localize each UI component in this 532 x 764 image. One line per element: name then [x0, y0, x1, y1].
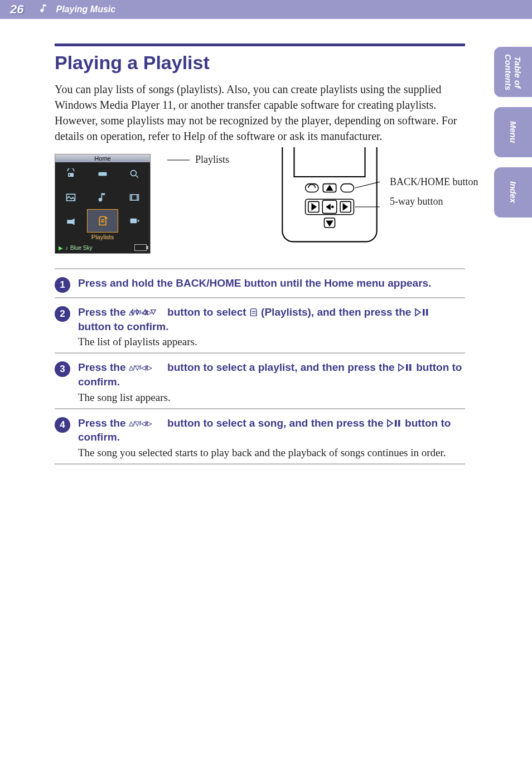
step-2-badge: 2	[55, 306, 70, 322]
svg-line-17	[355, 177, 380, 188]
playlists-icon	[87, 209, 119, 233]
steps-list: 1 Press and hold the BACK/HOME button un…	[55, 268, 465, 465]
step-3-desc: The song list appears.	[78, 391, 465, 404]
video-icon	[118, 186, 150, 209]
svg-text:△/▽/◁/▷: △/▽/◁/▷	[129, 309, 152, 316]
step-1-badge: 1	[55, 277, 70, 293]
now-playing-icon	[118, 209, 150, 233]
step-4: 4 Press the △/▽/◁/▷ button to select a s…	[55, 408, 465, 465]
tab-index-label: Index	[509, 181, 518, 203]
svg-rect-24	[409, 364, 412, 371]
play-pause-icon	[386, 419, 402, 428]
callout-line-icon	[167, 158, 190, 162]
svg-rect-0	[98, 172, 107, 176]
tab-table-of-contents[interactable]: Table of Contents	[494, 47, 532, 97]
step-1: 1 Press and hold the BACK/HOME button un…	[55, 268, 465, 297]
svg-rect-20	[423, 309, 425, 316]
step-1-lead: Press and hold the BACK/HOME button unti…	[78, 276, 465, 291]
step-4-desc: The song you selected starts to play bac…	[78, 447, 465, 459]
initial-search-icon	[118, 162, 150, 186]
step-2: 2 Press the △/▽/◁/▷ button to select (Pl…	[55, 297, 465, 352]
title-rule	[55, 43, 465, 46]
step-3: 3 Press the △/▽/◁/▷ button to select a p…	[55, 352, 465, 408]
screenshot-title: Home	[55, 154, 150, 162]
svg-rect-4	[130, 219, 137, 223]
play-pause-icon	[414, 308, 430, 317]
step-2-desc: The list of playlists appears.	[78, 336, 465, 348]
music-note-icon	[39, 3, 49, 16]
svg-rect-7	[294, 147, 365, 177]
tab-toc-line1: Table of	[513, 56, 523, 88]
side-tabs: Table of Contents Menu Index	[494, 47, 532, 217]
device-screenshot: Home Playlists ▶	[55, 154, 151, 254]
page-title: Playing a Playlist	[55, 52, 465, 74]
svg-rect-23	[406, 364, 408, 371]
step-3-lead: Press the △/▽/◁/▷ button to select a pla…	[78, 360, 465, 389]
svg-rect-10	[341, 184, 354, 192]
music-icon	[87, 186, 119, 209]
screenshot-callout-label: Playlists	[195, 154, 229, 166]
photo-icon	[55, 186, 87, 209]
svg-rect-8	[306, 184, 318, 192]
settings-icon	[55, 209, 87, 233]
five-way-callout: 5-way button	[390, 196, 478, 207]
svg-text:△/▽/◁/▷: △/▽/◁/▷	[129, 364, 152, 371]
dpad-icon: △/▽/◁/▷	[129, 363, 165, 372]
tab-menu-label: Menu	[509, 121, 518, 143]
battery-icon	[134, 244, 147, 251]
now-playing-text: Blue Sky	[70, 245, 92, 251]
intro-paragraph: You can play lists of songs (playlists).…	[55, 81, 465, 144]
playlist-inline-icon	[249, 308, 258, 317]
intelligent-shuffle-icon	[87, 162, 119, 186]
section-title: Playing Music	[56, 4, 115, 14]
step-3-badge: 3	[55, 361, 70, 377]
fm-radio-icon	[55, 162, 87, 186]
device-outline-icon	[279, 147, 380, 248]
svg-text:△/▽/◁/▷: △/▽/◁/▷	[129, 420, 152, 427]
screenshot-now-playing: ▶ ♪ Blue Sky	[59, 245, 92, 251]
tab-toc-line2: Contents	[504, 54, 513, 90]
page-number: 26	[10, 2, 23, 17]
page-header: 26 Playing Music	[0, 0, 532, 19]
dpad-icon: △/▽/◁/▷	[129, 419, 165, 428]
svg-point-1	[130, 170, 136, 176]
svg-point-14	[332, 206, 333, 207]
step-2-lead: Press the △/▽/◁/▷ button to select (Play…	[78, 305, 465, 333]
play-pause-icon	[398, 363, 413, 372]
dpad-icon: △/▽/◁/▷	[129, 308, 165, 317]
back-home-callout: BACK/HOME button	[390, 176, 478, 188]
step-4-badge: 4	[55, 417, 70, 433]
svg-rect-27	[398, 420, 400, 427]
tab-index[interactable]: Index	[494, 167, 532, 217]
mini-note-icon: ♪	[65, 245, 68, 251]
svg-rect-26	[395, 420, 397, 427]
screenshot-selected-label: Playlists	[55, 233, 150, 243]
svg-rect-21	[426, 309, 428, 316]
step-4-lead: Press the △/▽/◁/▷ button to select a son…	[78, 416, 465, 444]
play-indicator-icon: ▶	[59, 245, 63, 251]
tab-menu[interactable]: Menu	[494, 107, 532, 157]
